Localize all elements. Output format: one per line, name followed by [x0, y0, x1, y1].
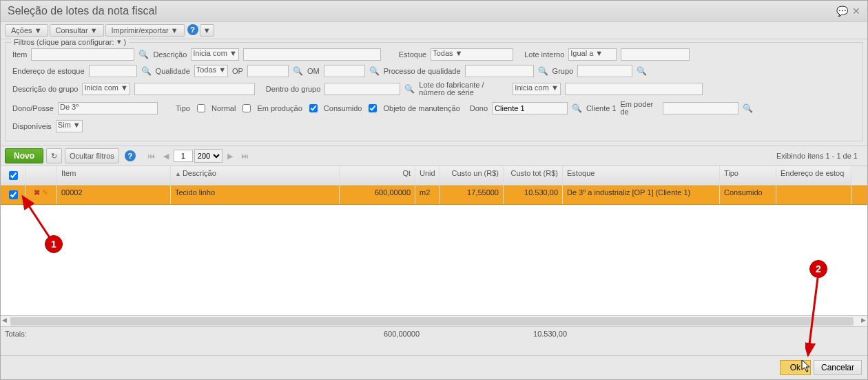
pager-next-icon[interactable]: ▶ [224, 150, 236, 162]
col-estoque[interactable]: Estoque [563, 166, 720, 185]
op-input[interactable] [247, 65, 289, 77]
cell-custo-tot: 10.530,00 [504, 186, 563, 204]
col-descricao[interactable]: ▲Descrição [171, 166, 340, 185]
op-search-icon[interactable]: 🔍 [293, 66, 303, 76]
em-poder-search-icon[interactable]: 🔍 [743, 103, 753, 113]
totals-label: Totais: [5, 330, 61, 338]
item-input[interactable] [31, 48, 134, 61]
estoque-label: Estoque [399, 50, 426, 59]
cell-item: 00002 [57, 186, 171, 204]
processo-search-icon[interactable]: 🔍 [538, 66, 548, 76]
pager-size-select[interactable]: 200 [194, 149, 223, 163]
menu-extra[interactable]: ▼ [200, 24, 214, 37]
dentro-grupo-search-icon[interactable]: 🔍 [404, 84, 415, 94]
descricao-label: Descrição [153, 50, 187, 59]
refresh-button[interactable]: ↻ [46, 148, 62, 163]
om-search-icon[interactable]: 🔍 [369, 66, 380, 76]
cell-descricao: Tecido linho [171, 186, 340, 204]
cursor-icon [801, 359, 812, 376]
processo-label: Processo de qualidade [384, 67, 461, 75]
dono-posse-label: Dono/Posse [12, 104, 54, 112]
horizontal-scrollbar[interactable] [1, 315, 867, 326]
item-label: Item [12, 50, 27, 59]
totals-qt: 600,00000 [344, 330, 420, 338]
dono-input[interactable] [492, 102, 568, 114]
disponiveis-select[interactable]: Sim ▼ [56, 120, 83, 132]
processo-input[interactable] [465, 65, 534, 77]
cell-estoque: De 3º a industrializ [OP 1] (Cliente 1) [563, 186, 720, 204]
em-poder-input[interactable] [663, 102, 738, 114]
chk-producao-label: Em produção [257, 104, 302, 112]
om-label: OM [307, 67, 320, 75]
filters-panel: Filtros (clique para configurar: ▾) Item… [5, 42, 863, 141]
filter-config-icon[interactable]: ▾ [117, 37, 121, 46]
pager: ⏮ ◀ 200 ▶ ⏭ [144, 149, 252, 163]
ocultar-filtros-button[interactable]: Ocultar filtros [65, 148, 119, 163]
col-custo-un[interactable]: Custo un (R$) [440, 166, 504, 185]
cell-tipo: Consumido [720, 186, 776, 204]
filters-legend[interactable]: Filtros (clique para configurar: ▾) [11, 37, 129, 46]
chk-consumido-label: Consumido [324, 104, 362, 112]
col-endereco[interactable]: Endereço de estoq [776, 166, 852, 185]
item-search-icon[interactable]: 🔍 [138, 50, 149, 59]
menu-imprimir[interactable]: Imprimir/exportar ▼ [105, 24, 185, 37]
pager-last-icon[interactable]: ⏭ [238, 150, 252, 161]
qualidade-select[interactable]: Todas ▼ [194, 65, 228, 77]
disponiveis-label: Disponíveis [12, 122, 52, 130]
svg-line-1 [808, 278, 818, 355]
totals-row: Totais: 600,00000 10.530,00 [1, 326, 867, 341]
close-icon[interactable]: ✕ [852, 6, 860, 17]
endereco-search-icon[interactable]: 🔍 [141, 66, 152, 76]
lote-interno-label: Lote interno [524, 50, 564, 59]
novo-button[interactable]: Novo [5, 148, 43, 163]
lote-fab-label: Lote do fabricante / número de série [419, 81, 508, 97]
grid: Item ▲Descrição Qt Unid Custo un (R$) Cu… [1, 166, 867, 341]
qualidade-label: Qualidade [156, 67, 190, 75]
em-poder-label: Em poder de [621, 101, 659, 116]
chk-consumido[interactable] [309, 104, 318, 112]
header-checkbox[interactable] [9, 171, 18, 180]
lote-interno-input[interactable] [621, 48, 690, 61]
help-icon[interactable]: ? [187, 24, 198, 35]
lote-fab-input[interactable] [565, 83, 703, 95]
col-qt[interactable]: Qt [340, 166, 415, 185]
menu-consultar[interactable]: Consultar ▼ [50, 24, 104, 37]
dono-search-icon[interactable]: 🔍 [572, 103, 582, 113]
cell-endereco [776, 186, 852, 204]
col-tipo[interactable]: Tipo [720, 166, 776, 185]
col-item[interactable]: Item [57, 166, 171, 185]
pager-prev-icon[interactable]: ◀ [160, 150, 172, 162]
cancel-button[interactable]: Cancelar [814, 360, 862, 375]
dialog-footer: Ok Cancelar [1, 355, 867, 379]
desc-grupo-label: Descrição do grupo [12, 85, 78, 93]
pager-page-input[interactable] [174, 150, 193, 162]
row-checkbox[interactable] [9, 190, 18, 199]
chk-producao[interactable] [242, 104, 251, 112]
estoque-select[interactable]: Todas ▼ [431, 48, 513, 61]
dentro-grupo-input[interactable] [324, 83, 400, 95]
table-row[interactable]: ✖ ✎ 00002 Tecido linho 600,00000 m2 17,5… [1, 186, 867, 205]
lote-fab-op[interactable]: Inicia com ▼ [513, 83, 560, 95]
descricao-input[interactable] [243, 48, 381, 61]
grupo-input[interactable] [577, 65, 632, 77]
desc-grupo-op[interactable]: Inicia com ▼ [82, 83, 130, 95]
descricao-op-select[interactable]: Inicia com ▼ [191, 48, 238, 61]
chk-normal[interactable] [197, 104, 205, 112]
dono-display: Cliente 1 [586, 104, 616, 112]
tipo-label: Tipo [176, 104, 190, 112]
om-input[interactable] [324, 65, 365, 77]
lote-interno-op[interactable]: Igual a ▼ [568, 48, 617, 61]
col-custo-tot[interactable]: Custo tot (R$) [504, 166, 563, 185]
grid-help-icon[interactable]: ? [125, 150, 136, 161]
sort-asc-icon: ▲ [175, 170, 181, 177]
chk-objeto[interactable] [369, 104, 377, 112]
chat-icon[interactable]: 💬 [836, 6, 848, 17]
dono-posse-select[interactable]: De 3º [58, 102, 158, 114]
endereco-input[interactable] [89, 65, 137, 77]
menu-acoes[interactable]: Ações ▼ [5, 24, 48, 37]
pager-first-icon[interactable]: ⏮ [144, 150, 158, 161]
dono-label: Dono [470, 104, 488, 112]
col-unid[interactable]: Unid [415, 166, 440, 185]
desc-grupo-input[interactable] [134, 83, 255, 95]
grupo-search-icon[interactable]: 🔍 [637, 66, 647, 76]
